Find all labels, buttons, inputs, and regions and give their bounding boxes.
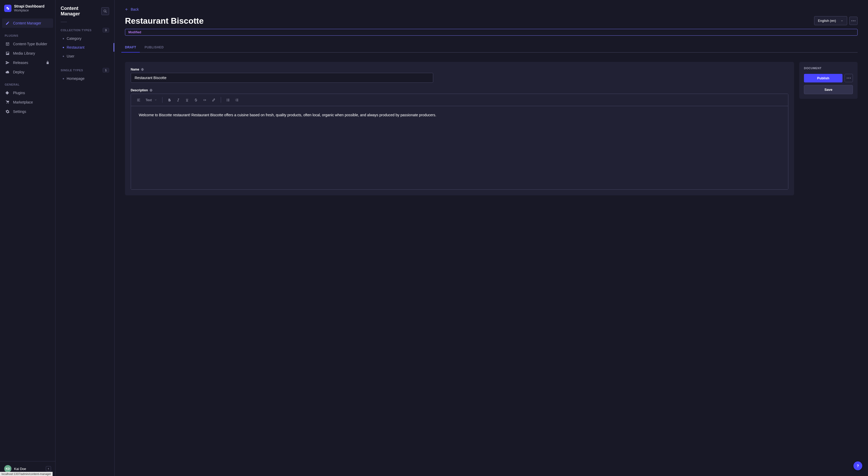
align-button[interactable] [134,96,143,104]
divider [61,22,67,22]
bold-button[interactable] [165,96,174,104]
header-more-button[interactable] [849,16,858,25]
app-title: Strapi Dashboard [14,4,44,8]
description-textarea[interactable]: Welcome to Biscotte restaurant! Restaura… [131,106,788,190]
secondary-sidebar: Content Manager COLLECTION TYPES 3 Categ… [56,0,115,476]
user-avatar[interactable]: KD [4,465,11,472]
nav-label: Content-Type Builder [13,42,48,46]
name-input[interactable] [131,73,433,83]
save-button[interactable]: Save [804,85,853,94]
globe-icon [141,68,144,71]
bullet-icon [63,47,64,48]
image-icon [5,51,10,56]
collection-count-badge: 3 [102,28,109,33]
svg-point-9 [847,78,848,78]
collection-types-header[interactable]: COLLECTION TYPES 3 [61,26,109,34]
lock-icon [45,60,50,65]
nav-label: Marketplace [13,100,33,104]
svg-point-2 [853,20,854,21]
nav-label: Releases [13,61,28,65]
nav-content-manager[interactable]: Content Manager [2,19,53,28]
nav-label: Media Library [13,51,35,56]
app-subtitle: Workplace [14,8,44,12]
cloud-icon [5,70,10,74]
nav-deploy[interactable]: Deploy [2,67,53,77]
nav-label: Settings [13,109,26,114]
single-item-homepage[interactable]: Homepage [61,74,109,83]
svg-point-11 [850,78,851,78]
single-count-badge: 1 [102,68,109,73]
secondary-title: Content Manager [61,6,99,16]
collapse-sidebar-button[interactable] [46,466,51,471]
bullet-icon [63,56,64,57]
nav-label: Deploy [13,70,25,74]
strapi-logo [4,5,11,12]
tab-published[interactable]: PUBLISHED [145,42,164,52]
underline-button[interactable] [183,96,191,104]
nav-label: Plugins [13,91,25,95]
page-title: Restaurant Biscotte [125,16,204,26]
layout-icon [5,42,10,46]
user-name: Kai Doe [14,467,43,471]
search-button[interactable] [101,7,109,15]
richtext-toolbar: Text [131,94,788,106]
svg-point-7 [227,100,227,100]
nav-section-plugins: PLUGINS [2,32,53,39]
richtext-editor: Text Welcome to Bisco [131,94,788,190]
svg-point-3 [855,20,856,21]
publish-more-button[interactable] [844,74,853,82]
nav-plugins[interactable]: Plugins [2,88,53,98]
tabs: DRAFT PUBLISHED [125,42,858,53]
link-button[interactable] [210,96,218,104]
svg-point-6 [227,99,227,99]
pencil-icon [5,21,10,26]
cart-icon [5,100,10,105]
nav-content-type-builder[interactable]: Content-Type Builder [2,39,53,48]
bullet-icon [63,78,64,79]
document-panel: DOCUMENT Publish Save [799,62,858,99]
svg-point-10 [848,78,849,78]
form-card: Name Description Text [125,62,794,195]
nav-label: Content Manager [13,21,41,25]
collection-item-category[interactable]: Category [61,34,109,43]
main-content: Back Restaurant Biscotte English (en) Mo… [115,0,868,476]
bullet-list-button[interactable] [224,96,232,104]
publish-button[interactable]: Publish [804,74,842,82]
chevron-down-icon [154,99,157,101]
name-label: Name [131,68,788,71]
single-types-header[interactable]: SINGLE TYPES 1 [61,66,109,74]
code-button[interactable] [201,96,209,104]
strikethrough-button[interactable] [192,96,200,104]
italic-button[interactable] [175,96,182,104]
separator [162,97,162,103]
svg-point-8 [227,101,227,101]
gear-icon [5,109,10,114]
locale-select[interactable]: English (en) [814,16,847,25]
svg-point-0 [104,10,106,12]
separator [221,97,221,103]
sidebar-header: Strapi Dashboard Workplace [0,0,55,16]
browser-status-bar: localhost:1337/admin/content-manager [0,472,53,476]
chevron-down-icon [841,20,843,22]
collection-item-restaurant[interactable]: Restaurant [61,43,109,52]
svg-point-1 [851,20,852,21]
puzzle-icon [5,91,10,95]
number-list-button[interactable] [233,96,241,104]
nav-settings[interactable]: Settings [2,107,53,116]
tab-draft[interactable]: DRAFT [125,42,136,52]
collection-item-user[interactable]: User [61,52,109,61]
block-type-select[interactable]: Text [144,98,159,102]
nav-section-general: GENERAL [2,81,53,88]
nav-releases[interactable]: Releases [2,58,53,67]
document-heading: DOCUMENT [804,67,853,70]
bullet-icon [63,38,64,39]
description-label: Description [131,89,788,92]
paper-plane-icon [5,60,10,65]
main-sidebar: Strapi Dashboard Workplace Content Manag… [0,0,56,476]
status-badge: Modified [125,29,858,36]
nav-marketplace[interactable]: Marketplace [2,98,53,107]
nav-media-library[interactable]: Media Library [2,48,53,58]
globe-icon [149,89,153,92]
help-button[interactable]: ? [854,462,862,470]
back-link[interactable]: Back [125,7,139,11]
